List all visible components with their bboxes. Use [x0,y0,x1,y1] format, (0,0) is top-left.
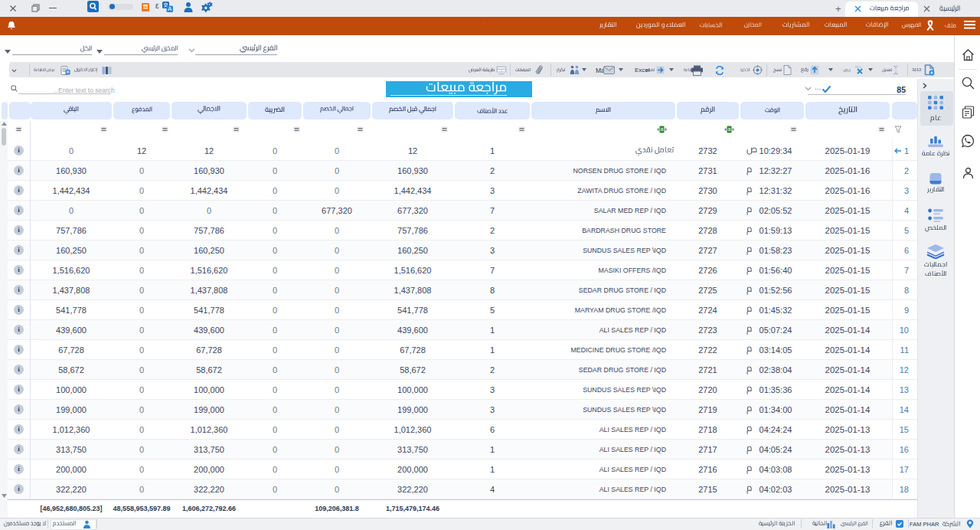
svg-text:A: A [168,5,172,12]
svg-text:a: a [661,126,664,132]
svg-text:a: a [728,126,731,132]
